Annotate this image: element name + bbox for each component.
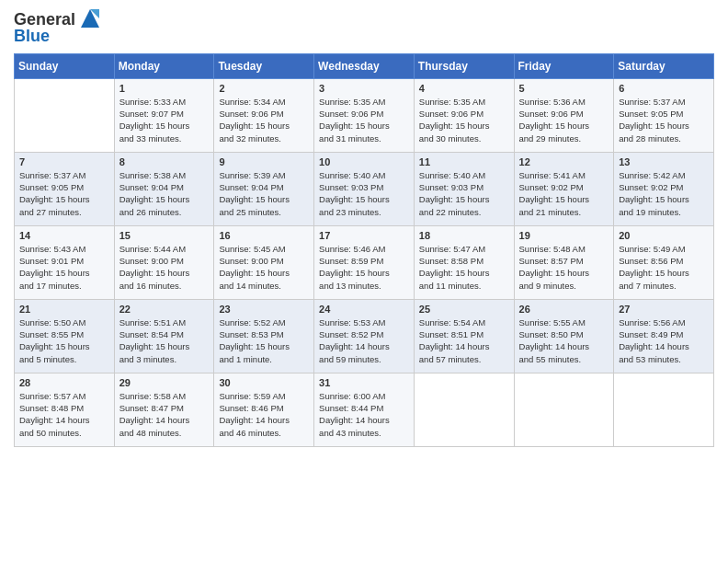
day-info: Sunrise: 5:43 AM Sunset: 9:01 PM Dayligh… (19, 243, 109, 292)
day-cell: 18Sunrise: 5:47 AM Sunset: 8:58 PM Dayli… (414, 225, 514, 299)
day-cell: 20Sunrise: 5:49 AM Sunset: 8:56 PM Dayli… (614, 225, 714, 299)
day-cell: 22Sunrise: 5:51 AM Sunset: 8:54 PM Dayli… (114, 299, 214, 373)
day-cell (514, 373, 614, 446)
day-cell: 3Sunrise: 5:35 AM Sunset: 9:06 PM Daylig… (314, 78, 415, 152)
day-number: 4 (419, 83, 509, 94)
day-info: Sunrise: 5:40 AM Sunset: 9:03 PM Dayligh… (419, 169, 509, 218)
day-number: 7 (19, 156, 109, 167)
header: General Blue (14, 9, 714, 46)
day-cell: 17Sunrise: 5:46 AM Sunset: 8:59 PM Dayli… (314, 225, 415, 299)
day-cell (614, 373, 714, 446)
day-info: Sunrise: 5:46 AM Sunset: 8:59 PM Dayligh… (319, 243, 409, 292)
day-cell: 27Sunrise: 5:56 AM Sunset: 8:49 PM Dayli… (614, 299, 714, 373)
day-info: Sunrise: 5:33 AM Sunset: 9:07 PM Dayligh… (119, 96, 210, 144)
day-cell: 4Sunrise: 5:35 AM Sunset: 9:06 PM Daylig… (414, 78, 514, 152)
day-cell: 13Sunrise: 5:42 AM Sunset: 9:02 PM Dayli… (614, 152, 714, 225)
day-info: Sunrise: 5:35 AM Sunset: 9:06 PM Dayligh… (419, 96, 509, 144)
day-number: 5 (519, 83, 609, 94)
day-cell: 29Sunrise: 5:58 AM Sunset: 8:47 PM Dayli… (114, 373, 214, 446)
day-cell: 14Sunrise: 5:43 AM Sunset: 9:01 PM Dayli… (15, 225, 115, 299)
day-number: 3 (319, 83, 409, 94)
logo-icon (77, 6, 103, 31)
day-cell: 25Sunrise: 5:54 AM Sunset: 8:51 PM Dayli… (414, 299, 514, 373)
day-number: 28 (19, 377, 109, 388)
header-cell-friday: Friday (514, 53, 614, 78)
week-row-2: 7Sunrise: 5:37 AM Sunset: 9:05 PM Daylig… (15, 152, 714, 225)
header-cell-sunday: Sunday (15, 53, 115, 78)
day-cell: 10Sunrise: 5:40 AM Sunset: 9:03 PM Dayli… (314, 152, 415, 225)
day-cell: 7Sunrise: 5:37 AM Sunset: 9:05 PM Daylig… (15, 152, 115, 225)
day-cell: 15Sunrise: 5:44 AM Sunset: 9:00 PM Dayli… (114, 225, 214, 299)
day-cell: 26Sunrise: 5:55 AM Sunset: 8:50 PM Dayli… (514, 299, 614, 373)
day-info: Sunrise: 5:35 AM Sunset: 9:06 PM Dayligh… (319, 96, 409, 144)
day-number: 29 (119, 377, 210, 388)
day-info: Sunrise: 5:37 AM Sunset: 9:05 PM Dayligh… (19, 169, 109, 218)
header-cell-tuesday: Tuesday (214, 53, 314, 78)
day-number: 11 (419, 156, 509, 167)
day-info: Sunrise: 5:38 AM Sunset: 9:04 PM Dayligh… (119, 169, 210, 218)
day-cell: 1Sunrise: 5:33 AM Sunset: 9:07 PM Daylig… (114, 78, 214, 152)
week-row-4: 21Sunrise: 5:50 AM Sunset: 8:55 PM Dayli… (15, 299, 714, 373)
day-info: Sunrise: 5:52 AM Sunset: 8:53 PM Dayligh… (219, 316, 309, 365)
day-info: Sunrise: 5:58 AM Sunset: 8:47 PM Dayligh… (119, 390, 210, 439)
header-cell-thursday: Thursday (414, 53, 514, 78)
day-info: Sunrise: 5:55 AM Sunset: 8:50 PM Dayligh… (519, 316, 609, 365)
day-info: Sunrise: 5:41 AM Sunset: 9:02 PM Dayligh… (519, 169, 609, 218)
day-number: 30 (219, 377, 309, 388)
week-row-1: 1Sunrise: 5:33 AM Sunset: 9:07 PM Daylig… (15, 78, 714, 152)
day-info: Sunrise: 5:48 AM Sunset: 8:57 PM Dayligh… (519, 243, 609, 292)
day-number: 19 (519, 230, 609, 241)
day-cell: 19Sunrise: 5:48 AM Sunset: 8:57 PM Dayli… (514, 225, 614, 299)
day-number: 15 (119, 230, 210, 241)
calendar-table: SundayMondayTuesdayWednesdayThursdayFrid… (14, 53, 714, 447)
header-cell-monday: Monday (114, 53, 214, 78)
day-number: 31 (319, 377, 409, 388)
day-cell: 23Sunrise: 5:52 AM Sunset: 8:53 PM Dayli… (214, 299, 314, 373)
day-cell: 6Sunrise: 5:37 AM Sunset: 9:05 PM Daylig… (614, 78, 714, 152)
day-info: Sunrise: 5:50 AM Sunset: 8:55 PM Dayligh… (19, 316, 109, 365)
day-number: 12 (519, 156, 609, 167)
day-cell: 8Sunrise: 5:38 AM Sunset: 9:04 PM Daylig… (114, 152, 214, 225)
day-cell: 24Sunrise: 5:53 AM Sunset: 8:52 PM Dayli… (314, 299, 415, 373)
day-number: 18 (419, 230, 509, 241)
day-number: 23 (219, 304, 309, 315)
day-number: 9 (219, 156, 309, 167)
logo: General Blue (14, 9, 103, 46)
day-cell: 21Sunrise: 5:50 AM Sunset: 8:55 PM Dayli… (15, 299, 115, 373)
day-number: 13 (619, 156, 709, 167)
day-cell: 2Sunrise: 5:34 AM Sunset: 9:06 PM Daylig… (214, 78, 314, 152)
day-info: Sunrise: 5:53 AM Sunset: 8:52 PM Dayligh… (319, 316, 409, 365)
logo-blue: Blue (14, 28, 50, 46)
day-info: Sunrise: 6:00 AM Sunset: 8:44 PM Dayligh… (319, 390, 409, 439)
day-info: Sunrise: 5:47 AM Sunset: 8:58 PM Dayligh… (419, 243, 509, 292)
day-info: Sunrise: 5:59 AM Sunset: 8:46 PM Dayligh… (219, 390, 309, 439)
day-number: 20 (619, 230, 709, 241)
day-info: Sunrise: 5:39 AM Sunset: 9:04 PM Dayligh… (219, 169, 309, 218)
day-number: 2 (219, 83, 309, 94)
day-cell: 9Sunrise: 5:39 AM Sunset: 9:04 PM Daylig… (214, 152, 314, 225)
day-cell: 28Sunrise: 5:57 AM Sunset: 8:48 PM Dayli… (15, 373, 115, 446)
day-cell: 11Sunrise: 5:40 AM Sunset: 9:03 PM Dayli… (414, 152, 514, 225)
day-number: 16 (219, 230, 309, 241)
day-number: 26 (519, 304, 609, 315)
header-row: SundayMondayTuesdayWednesdayThursdayFrid… (15, 53, 714, 78)
day-number: 21 (19, 304, 109, 315)
day-cell: 5Sunrise: 5:36 AM Sunset: 9:06 PM Daylig… (514, 78, 614, 152)
day-info: Sunrise: 5:36 AM Sunset: 9:06 PM Dayligh… (519, 96, 609, 144)
day-info: Sunrise: 5:45 AM Sunset: 9:00 PM Dayligh… (219, 243, 309, 292)
day-number: 17 (319, 230, 409, 241)
day-info: Sunrise: 5:42 AM Sunset: 9:02 PM Dayligh… (619, 169, 709, 218)
day-cell: 31Sunrise: 6:00 AM Sunset: 8:44 PM Dayli… (314, 373, 415, 446)
day-number: 1 (119, 83, 210, 94)
day-cell: 16Sunrise: 5:45 AM Sunset: 9:00 PM Dayli… (214, 225, 314, 299)
header-cell-saturday: Saturday (614, 53, 714, 78)
day-cell (15, 78, 115, 152)
calendar-page: General Blue SundayMondayTuesdayWednesda… (0, 0, 728, 461)
day-info: Sunrise: 5:40 AM Sunset: 9:03 PM Dayligh… (319, 169, 409, 218)
day-number: 8 (119, 156, 210, 167)
day-number: 6 (619, 83, 709, 94)
day-number: 24 (319, 304, 409, 315)
day-info: Sunrise: 5:49 AM Sunset: 8:56 PM Dayligh… (619, 243, 709, 292)
day-number: 25 (419, 304, 509, 315)
day-number: 22 (119, 304, 210, 315)
